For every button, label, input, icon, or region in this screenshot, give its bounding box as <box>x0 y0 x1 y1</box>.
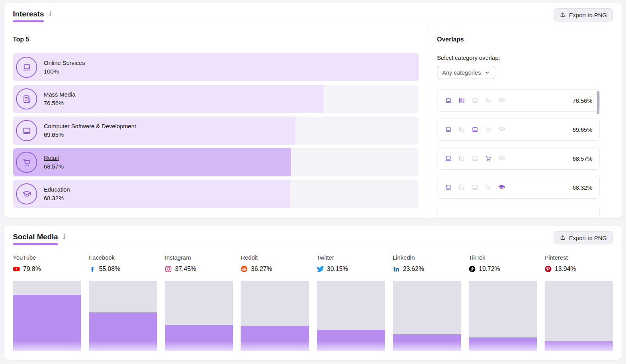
monitor-icon <box>471 183 479 191</box>
graduation-cap-icon <box>498 97 505 104</box>
news-icon <box>458 183 466 191</box>
bar-twitter <box>317 281 385 351</box>
social-title: Social Media <box>13 232 58 242</box>
export-png-label: Export to PNG <box>569 235 607 241</box>
bar-fill <box>393 334 461 351</box>
category-value: 68.57% <box>44 162 64 171</box>
bar-tiktok <box>469 281 537 351</box>
category-name: Education <box>44 185 70 194</box>
platform-tiktok: TikTok 19.72% <box>469 254 537 273</box>
platform-value: 30.15% <box>327 265 348 273</box>
platform-value: 37.45% <box>175 265 196 273</box>
overlap-card[interactable]: 69.65% <box>437 118 600 141</box>
pinterest-icon <box>545 265 552 273</box>
export-png-label: Export to PNG <box>569 12 607 18</box>
info-icon[interactable]: i <box>49 10 51 18</box>
graduation-cap-icon <box>498 183 505 191</box>
info-icon[interactable]: i <box>63 233 65 240</box>
category-name: Computer Software & Development <box>44 122 136 131</box>
top5-row-education[interactable]: Education 68.32% <box>13 180 419 208</box>
bar-fill <box>545 341 613 351</box>
platform-value: 13.94% <box>555 265 576 273</box>
platform-pinterest: Pinterest 13.94% <box>545 254 613 273</box>
laptop-icon <box>16 57 37 78</box>
overlap-value: 76.56% <box>572 97 592 104</box>
bar-fill <box>165 325 233 351</box>
category-value: 100% <box>44 67 85 76</box>
platform-name: Twitter <box>317 254 385 261</box>
scrollbar-thumb[interactable] <box>597 91 599 114</box>
export-png-button[interactable]: Export to PNG <box>554 231 613 244</box>
graduation-cap-icon <box>498 126 505 133</box>
laptop-icon <box>444 126 452 133</box>
graduation-cap-icon <box>498 154 505 162</box>
overlaps-title: Overlaps <box>437 36 464 43</box>
interests-title: Interests <box>13 9 44 19</box>
platform-name: TikTok <box>469 254 537 261</box>
overlap-card[interactable]: 68.32% <box>437 176 600 199</box>
top5-row-computer-software[interactable]: Computer Software & Development 69.65% <box>13 117 419 145</box>
category-value: 69.65% <box>44 131 136 139</box>
category-value: 68.32% <box>44 194 70 203</box>
overlap-card[interactable]: 76.56% <box>437 89 600 112</box>
laptop-icon <box>444 183 452 191</box>
bar-facebook <box>89 281 157 351</box>
upload-icon <box>559 235 566 241</box>
youtube-icon <box>13 265 20 273</box>
cart-icon <box>484 154 492 162</box>
top5-row-mass-media[interactable]: Mass Media 76.56% <box>13 85 419 113</box>
platform-reddit: Reddit 36.27% <box>241 254 309 273</box>
monitor-icon <box>16 120 37 141</box>
bar-instagram <box>165 281 233 351</box>
overlap-card-partial[interactable] <box>437 205 600 218</box>
tiktok-icon <box>469 265 476 273</box>
top5-row-online-services[interactable]: Online Services 100% <box>13 53 419 81</box>
platform-value: 23.62% <box>403 265 424 273</box>
cart-icon <box>484 97 492 104</box>
news-icon <box>458 126 466 133</box>
cart-icon <box>16 152 37 173</box>
social-platforms: YouTube 79.8% Facebook 55.08% Instagram <box>13 254 613 273</box>
dropdown-value: Any categories <box>442 69 481 76</box>
platform-name: Instagram <box>165 254 233 261</box>
top5-row-retail[interactable]: Retail 68.57% <box>13 148 419 176</box>
platform-linkedin: LinkedIn 23.62% <box>393 254 461 273</box>
social-media-card: Social Media i Export to PNG YouTube 79.… <box>4 226 622 360</box>
social-bar-chart <box>13 281 613 351</box>
overlap-value: 68.57% <box>572 155 592 162</box>
category-name: Retail <box>44 154 64 162</box>
platform-name: Facebook <box>89 254 157 261</box>
platform-value: 19.72% <box>479 265 500 273</box>
bar-fill <box>241 326 309 351</box>
overlaps-select-label: Select category overlap: <box>437 54 500 61</box>
news-icon <box>458 97 466 104</box>
top5-list: Online Services 100% Mass Media 76.56% <box>13 53 419 212</box>
category-value: 76.56% <box>44 99 76 108</box>
platform-twitter: Twitter 30.15% <box>317 254 385 273</box>
category-dropdown[interactable]: Any categories <box>437 66 495 79</box>
monitor-icon <box>471 154 479 162</box>
overlap-card[interactable]: 68.57% <box>437 147 600 170</box>
bar-fill <box>13 295 81 351</box>
social-header: Social Media i Export to PNG <box>4 226 622 247</box>
news-icon <box>16 88 37 109</box>
laptop-icon <box>444 97 452 104</box>
export-png-button[interactable]: Export to PNG <box>554 8 613 22</box>
platform-value: 36.27% <box>251 265 272 273</box>
twitter-icon <box>317 265 324 273</box>
linkedin-icon <box>393 265 400 273</box>
facebook-icon <box>89 265 96 273</box>
platform-youtube: YouTube 79.8% <box>13 254 81 273</box>
platform-name: LinkedIn <box>393 254 461 261</box>
interests-header: Interests i Export to PNG <box>4 3 622 24</box>
platform-name: Reddit <box>241 254 309 261</box>
overlap-value: 68.32% <box>572 184 592 191</box>
instagram-icon <box>165 265 172 273</box>
panel-divider <box>428 24 428 218</box>
bar-fill <box>317 330 385 351</box>
bar-pinterest <box>545 281 613 351</box>
overlap-value: 69.65% <box>572 126 592 133</box>
monitor-icon <box>471 126 479 133</box>
chevron-down-icon <box>484 70 490 75</box>
news-icon <box>458 154 466 162</box>
